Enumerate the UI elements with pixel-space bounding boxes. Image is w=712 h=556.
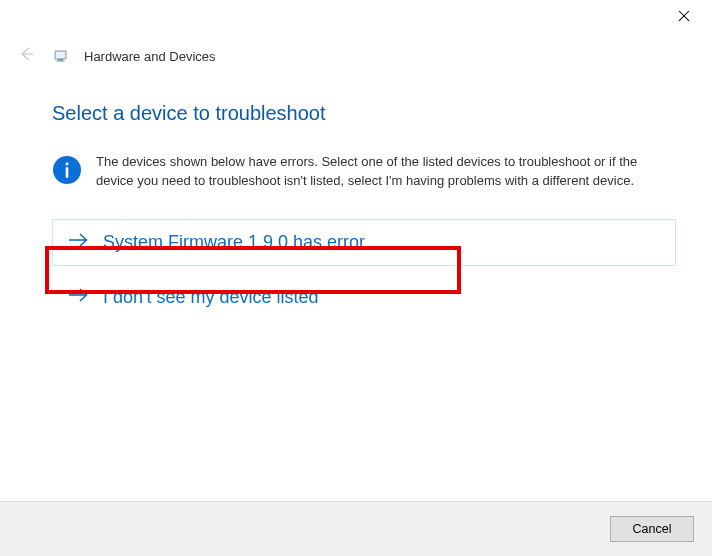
option-firmware-error[interactable]: System Firmware 1.9.0 has error bbox=[52, 219, 676, 266]
cancel-button[interactable]: Cancel bbox=[610, 516, 694, 542]
page-heading: Select a device to troubleshoot bbox=[52, 102, 676, 125]
info-row: The devices shown below have errors. Sel… bbox=[52, 153, 676, 191]
svg-rect-5 bbox=[66, 163, 69, 166]
svg-rect-1 bbox=[56, 52, 65, 58]
arrow-right-icon bbox=[69, 287, 89, 308]
option-label: I don't see my device listed bbox=[103, 287, 319, 308]
info-icon bbox=[52, 155, 82, 185]
header-row: Hardware and Devices bbox=[0, 38, 712, 78]
content-area: Select a device to troubleshoot The devi… bbox=[0, 78, 712, 321]
footer: Cancel bbox=[0, 501, 712, 556]
close-button[interactable] bbox=[674, 6, 694, 26]
info-text: The devices shown below have errors. Sel… bbox=[96, 153, 676, 191]
troubleshooter-icon bbox=[54, 48, 70, 64]
titlebar bbox=[0, 0, 712, 38]
arrow-right-icon bbox=[69, 232, 89, 253]
back-icon bbox=[18, 46, 34, 66]
option-label: System Firmware 1.9.0 has error bbox=[103, 232, 365, 253]
option-device-not-listed[interactable]: I don't see my device listed bbox=[52, 274, 676, 321]
svg-rect-3 bbox=[57, 61, 65, 62]
svg-rect-2 bbox=[58, 59, 63, 61]
svg-rect-6 bbox=[66, 167, 69, 178]
header-title: Hardware and Devices bbox=[84, 49, 216, 64]
